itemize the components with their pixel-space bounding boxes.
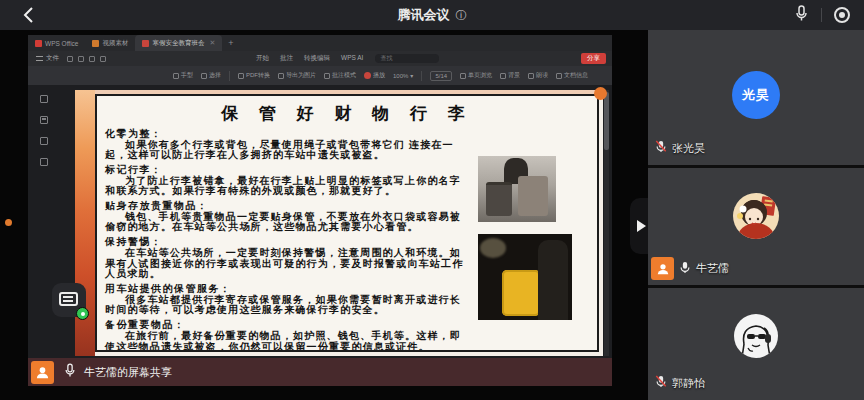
wps-left-panel [40,95,48,166]
microphone-icon[interactable] [794,5,809,26]
slide-section: 标记行李： 为了防止行李被错拿，最好在行李上贴上明显的标签或写上你的名字和联系方… [105,165,465,197]
caption-icon [59,292,78,306]
wps-tab-document-1[interactable]: 视频素材 [85,35,135,51]
convert-icon [238,73,244,79]
sharer-avatar-icon [31,361,54,384]
speaker-icon [528,73,534,79]
participant-name: 郭静怡 [672,376,705,391]
single-page-icon [460,73,466,79]
avatar [733,193,779,239]
slide-section: 化零为整： 如果你有多个行李或背包，尽量使用绳子或背包带将它们 连接在一起，这样… [105,129,465,161]
annotate-mode-button[interactable]: 批注模式 [324,71,356,80]
single-page-view-button[interactable]: 单页浏览 [460,71,492,80]
info-icon[interactable]: ⓘ [456,8,467,23]
zoom-level-select[interactable]: 100% ▾ [393,72,413,79]
wps-window-tab-bar: WPS Office 视频素材 寒假安全教育班会 ✕ + [28,35,612,51]
quick-access-toolbar[interactable] [67,56,106,62]
ribbon-tab-start[interactable]: 开始 [256,54,269,63]
search-panel-icon[interactable] [40,158,48,166]
participant-tile-niuyiru[interactable]: 牛艺儒 [648,168,864,285]
search-input[interactable]: 查找 [375,54,439,63]
slide-title: 保 管 好 财 物 行 李 [105,102,589,125]
hamburger-icon [36,56,43,61]
participant-tile-guojingyi[interactable]: 郭静怡 [648,288,864,400]
close-tab-icon[interactable]: ✕ [209,39,215,47]
background-icon [500,73,506,79]
file-menu-button[interactable]: 文件 [36,54,59,63]
meeting-top-bar: 腾讯会议 ⓘ [0,0,864,30]
thumbnail-panel-icon[interactable] [40,95,48,103]
edge-notification-dot [5,219,12,226]
slide-section: 备份重要物品： 在旅行前，最好备份重要的物品，如护照、钱包、手机等。这样，即使这… [105,320,465,352]
participant-name: 牛艺儒 [696,261,729,276]
mic-on-icon [679,260,691,278]
wps-share-button[interactable]: 分享 [581,53,606,64]
tencent-meeting-window: 腾讯会议 ⓘ WPS Office 视频素材 寒假安全教育班会 ✕ + [0,0,864,400]
wps-tab-home[interactable]: WPS Office [28,35,85,51]
select-tool-button[interactable]: 选择 [201,71,221,80]
play-button[interactable]: 播放 [364,71,385,80]
background-button[interactable]: 背景 [500,71,520,80]
sharer-mic-icon [64,363,76,382]
participant-name: 张光昊 [672,141,705,156]
sidebar-collapse-arrow-icon [637,220,646,232]
screen-share-banner: 牛艺儒的屏幕共享 [28,358,612,386]
image-icon [278,73,284,79]
read-aloud-button[interactable]: 朗读 [528,71,548,80]
slide-page: 保 管 好 财 物 行 李 化零为整： 如果你有多个行李或背包，尽量使用绳子或背… [75,90,603,356]
ribbon-tab-comment[interactable]: 批注 [280,54,293,63]
sharer-badge-icon [651,257,674,280]
avatar: 光昊 [732,71,780,119]
caption-on-toggle-icon [76,307,89,320]
hand-icon [173,73,179,79]
slide-sections: 化零为整： 如果你有多个行李或背包，尽量使用绳子或背包带将它们 连接在一起，这样… [105,129,465,352]
meeting-title-row: 腾讯会议 ⓘ [0,0,864,30]
page-indicator[interactable]: 5/14 [430,71,452,81]
wps-menu-row: 文件 开始 批注 转换编辑 WPS AI 查找 分享 [28,51,612,66]
pen-icon [324,73,330,79]
slide-photo-luggage [478,156,556,222]
doc-icon [92,40,99,47]
participant-tile-zhangguanghao[interactable]: 光昊 张光昊 [648,30,864,165]
slide-section: 贴身存放贵重物品： 钱包、手机等贵重物品一定要贴身保管，不要放在外衣口袋或容易被… [105,201,465,233]
hand-tool-button[interactable]: 手型 [173,71,193,80]
wps-ribbon-toolbar: 手型 选择 PDF转换 导出为图片 批注模式 播放 100% ▾ 5/14 单页… [28,66,612,85]
wps-assistant-button[interactable] [594,87,607,100]
bookmark-panel-icon[interactable] [40,137,48,145]
doc-info-icon [556,73,562,79]
screen-share-label: 牛艺儒的屏幕共享 [84,365,172,380]
cursor-icon [201,73,207,79]
play-icon [364,72,371,79]
slide-section: 用车站提供的保管服务： 很多车站都提供行李寄存或保管服务，如果你需要暂时离开或进… [105,284,465,316]
wps-tab-document-2-active[interactable]: 寒假安全教育班会 ✕ [135,35,222,51]
slide-photo-yellow-suitcase [478,234,572,320]
caption-toggle-button[interactable] [52,283,86,317]
avatar [734,314,778,358]
doc-icon [142,40,149,47]
meeting-title: 腾讯会议 [398,6,450,24]
document-info-button[interactable]: 文档信息 [556,71,588,80]
ribbon-tab-convert-edit[interactable]: 转换编辑 [304,54,330,63]
record-icon[interactable] [834,7,850,23]
wps-logo-icon [35,40,42,47]
muted-mic-icon [655,374,667,392]
participants-sidebar: 光昊 张光昊 [648,30,864,400]
slide-section: 保持警惕： 在车站等公共场所，一定要时刻保持警惕，注意周围的人和环境。如果有人试… [105,237,465,280]
pdf-convert-button[interactable]: PDF转换 [238,71,270,80]
topbar-divider [821,8,822,22]
export-image-button[interactable]: 导出为图片 [278,71,316,80]
new-tab-button[interactable]: + [228,38,233,48]
ribbon-tab-wps-ai[interactable]: WPS AI [341,54,363,63]
document-scrollbar[interactable] [604,90,609,356]
sidebar-collapse-button[interactable] [630,198,650,254]
outline-panel-icon[interactable] [40,116,48,124]
muted-mic-icon [655,139,667,157]
